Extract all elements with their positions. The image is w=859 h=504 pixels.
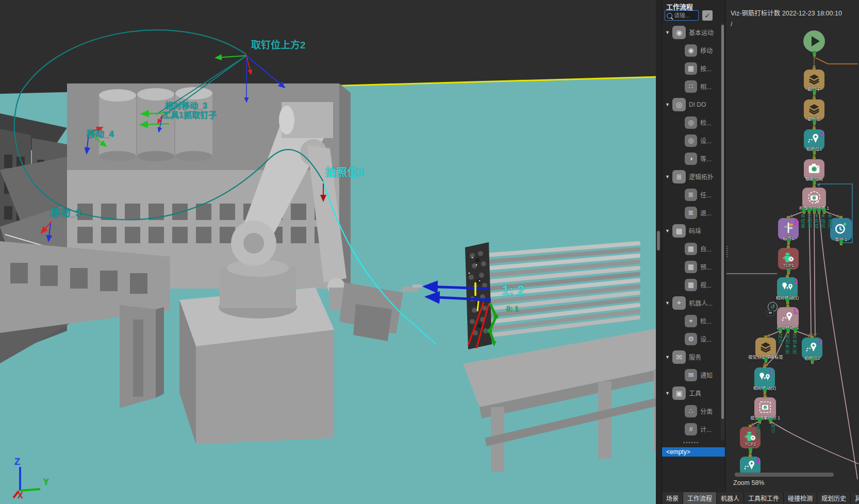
output-port[interactable] [802, 208, 806, 212]
output-port[interactable] [786, 298, 789, 301]
tree-item-layers-exit[interactable]: ≣退... [662, 204, 720, 222]
tab-其他[interactable]: 其他 [851, 492, 859, 504]
node-取钉子[interactable]: 取钉子 [804, 70, 824, 90]
input-port[interactable] [749, 455, 752, 457]
filter-checkbox[interactable]: ✓ [702, 10, 713, 21]
input-port[interactable] [813, 68, 816, 70]
tab-碰撞检测[interactable]: 碰撞检测 [784, 492, 817, 504]
node-相对移动(2)[interactable]: L相对移动(2) [754, 367, 775, 389]
output-port[interactable] [763, 388, 767, 392]
input-port[interactable] [764, 335, 767, 338]
expand-arrow-icon[interactable]: ▼ [665, 355, 670, 360]
tree-item-message-notify[interactable]: ✉通知 [662, 366, 720, 384]
input-port[interactable] [763, 365, 766, 368]
input-port[interactable] [813, 127, 816, 130]
input-port[interactable] [813, 97, 816, 100]
tab-机器人[interactable]: 机器人 [717, 492, 744, 504]
tree-item-robot-set[interactable]: ⚙设... [662, 330, 720, 348]
node-视觉结果用尽 1[interactable]: 视觉结果用尽 1 [754, 397, 776, 419]
output-port[interactable] [787, 239, 790, 242]
tree-item-layers[interactable]: ▼≣逻辑拓扑 [662, 167, 720, 186]
node-相对移动(1)[interactable]: J相对移动(1) [777, 277, 798, 299]
input-port[interactable] [811, 335, 814, 338]
tree-item-layers-task[interactable]: ≣任... [662, 186, 720, 204]
output-port[interactable] [813, 179, 816, 182]
panel-drag-handle[interactable]: •••••• [662, 440, 720, 445]
output-port[interactable] [749, 447, 752, 451]
input-port[interactable] [813, 157, 816, 160]
output-port[interactable] [769, 418, 772, 422]
input-port[interactable] [839, 216, 843, 219]
tab-工作流程[interactable]: 工作流程 [683, 492, 717, 504]
output-port[interactable] [787, 268, 790, 272]
expand-arrow-icon[interactable]: ▼ [665, 102, 670, 107]
output-port[interactable] [813, 51, 816, 55]
input-port[interactable] [786, 275, 789, 278]
input-port[interactable] [787, 216, 790, 219]
expand-arrow-icon[interactable]: ▼ [665, 300, 670, 306]
tree-item-pallet[interactable]: ▼▦码垛 [662, 222, 720, 240]
tree-item-robot[interactable]: ▼⌖机器人... [662, 294, 720, 312]
expand-arrow-icon[interactable]: ▼ [665, 30, 670, 35]
node-取标签[interactable]: 取标签 [804, 99, 824, 120]
input-port[interactable] [787, 246, 790, 248]
node-TCP1[interactable]: TCP1 [778, 248, 799, 270]
output-port[interactable] [817, 208, 821, 212]
tree-scrollbar[interactable] [721, 23, 724, 440]
tree-item-di-check[interactable]: ◎检... [662, 113, 720, 131]
tree-item-pin-grid[interactable]: ▦按... [662, 59, 720, 77]
expand-arrow-icon[interactable]: ▼ [665, 174, 670, 179]
node-拍照位1[interactable]: J拍照位1 [804, 129, 824, 150]
output-port[interactable] [811, 358, 814, 362]
tree-item-robot-check[interactable]: ⌖检... [662, 312, 720, 330]
tree-item-circle-set[interactable]: ◎设... [662, 131, 720, 149]
tree-item-toolbox[interactable]: ▼▣工具 [662, 384, 720, 402]
output-port[interactable] [807, 208, 811, 212]
input-port[interactable] [749, 425, 752, 427]
tab-工具和工件[interactable]: 工具和工件 [744, 492, 784, 504]
input-port[interactable] [813, 186, 816, 188]
output-port[interactable] [813, 119, 816, 123]
expand-arrow-icon[interactable]: ▼ [665, 391, 670, 396]
output-port[interactable] [794, 328, 797, 331]
tree-item-pin-pair[interactable]: ∷相... [662, 77, 720, 95]
tab-规划历史[interactable]: 规划历史 [817, 492, 851, 504]
output-port[interactable] [758, 418, 762, 422]
search-input[interactable] [672, 12, 698, 19]
play-node[interactable] [803, 30, 825, 52]
tree-item-pin[interactable]: ▼◉基本运动 [662, 23, 720, 41]
tab-场景[interactable]: 场景 [662, 492, 683, 504]
node-视觉分支焊接标签[interactable]: 视觉分支焊接标签 [755, 338, 776, 358]
3d-viewport[interactable]: 取钉位上方2相对移动_3工具1抓取钉子移动_4拍照位3移动_31: 20: 1Z… [0, 0, 662, 504]
output-port[interactable] [779, 328, 782, 331]
node-标签1[interactable]: 1标签1 [778, 218, 799, 240]
tree-item-numbers[interactable]: #计... [662, 420, 720, 438]
viewport-scrollbar[interactable] [656, 0, 662, 504]
node-检查视觉结果 1[interactable]: 检查视觉结果 1 [802, 188, 826, 209]
tree-item-pallet-edit[interactable]: ▦自... [662, 240, 720, 258]
output-port[interactable] [813, 149, 816, 153]
node-等待 1[interactable]: 等待 1 [830, 218, 852, 241]
node-钢筋拍照[interactable]: 钢筋拍照 [804, 159, 824, 180]
input-port[interactable] [764, 395, 767, 398]
input-port[interactable] [786, 305, 789, 308]
viewport-scroll-thumb[interactable] [657, 231, 660, 250]
tree-scroll-thumb[interactable] [721, 25, 724, 419]
tree-item-pallet-grid[interactable]: ▦预... [662, 258, 720, 276]
output-port[interactable] [822, 208, 826, 212]
search-box[interactable] [665, 10, 699, 21]
expand-arrow-icon[interactable]: ▼ [665, 228, 670, 233]
tree-item-di-wait[interactable]: ◑等... [662, 149, 720, 167]
output-port[interactable] [764, 357, 768, 361]
workflow-graph-panel[interactable]: Viz-钢筋打标计数 2022-12-23 18:00:10 / •••••• … [725, 0, 859, 492]
node-拍照位2[interactable]: J拍照位2 [802, 338, 822, 359]
output-port[interactable] [839, 240, 843, 243]
tree-item-message[interactable]: ▼✉服务 [662, 348, 720, 366]
graph-hscrollbar[interactable] [735, 473, 834, 477]
tree-item-classify[interactable]: ∴分类 [662, 402, 720, 420]
node-视觉移动_1[interactable]: L视觉移动_1 [777, 307, 799, 329]
selected-item-empty[interactable]: <empty> [662, 447, 725, 457]
tree-item-pallet-vision[interactable]: ▦视... [662, 276, 720, 294]
tree-item-circle[interactable]: ▼◎DI DO [662, 95, 720, 113]
output-port[interactable] [786, 328, 790, 331]
